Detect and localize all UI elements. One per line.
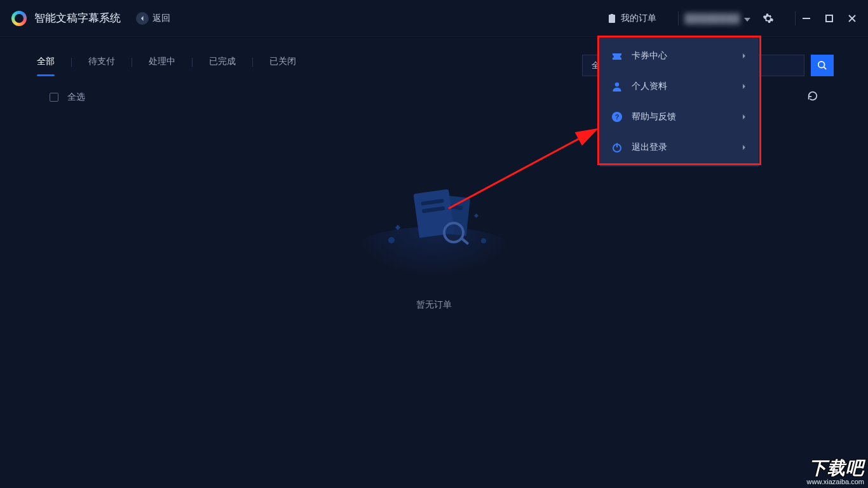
empty-illustration-icon bbox=[377, 185, 491, 261]
person-icon bbox=[611, 81, 623, 92]
settings-button[interactable] bbox=[762, 12, 775, 25]
minimize-button[interactable] bbox=[802, 14, 811, 23]
menu-label: 帮助与反馈 bbox=[632, 111, 676, 123]
caret-down-icon bbox=[744, 13, 750, 24]
tab-pending-payment[interactable]: 待支付 bbox=[86, 56, 118, 75]
account-dropdown[interactable]: ████████ bbox=[685, 13, 750, 24]
watermark: 下载吧 www.xiazaiba.com bbox=[807, 456, 864, 485]
search-button[interactable] bbox=[811, 55, 834, 76]
chevron-right-icon bbox=[741, 112, 747, 122]
gear-icon bbox=[763, 13, 774, 24]
refresh-button[interactable] bbox=[807, 90, 818, 104]
help-icon: ? bbox=[611, 111, 623, 123]
maximize-button[interactable] bbox=[825, 14, 834, 23]
refresh-icon bbox=[807, 90, 818, 102]
svg-line-5 bbox=[824, 67, 827, 70]
search-icon bbox=[817, 60, 827, 71]
svg-text:?: ? bbox=[615, 113, 620, 121]
ticket-icon bbox=[611, 50, 623, 62]
power-icon bbox=[611, 142, 623, 153]
close-button[interactable] bbox=[848, 14, 857, 23]
menu-coupon-center[interactable]: 卡券中心 bbox=[600, 41, 759, 71]
chevron-right-icon bbox=[741, 142, 747, 152]
menu-label: 卡券中心 bbox=[632, 50, 667, 62]
account-name: ████████ bbox=[685, 13, 740, 24]
my-orders-button[interactable]: 我的订单 bbox=[607, 13, 656, 24]
chevron-right-icon bbox=[741, 51, 747, 61]
tab-closed[interactable]: 已关闭 bbox=[267, 56, 299, 75]
svg-point-4 bbox=[818, 62, 825, 68]
title-bar: 智能文稿字幕系统 返回 我的订单 ████████ bbox=[0, 0, 868, 37]
chevron-right-icon bbox=[741, 81, 747, 92]
back-button[interactable]: 返回 bbox=[136, 12, 170, 25]
account-menu: 卡券中心 个人资料 ? 帮助与反馈 退出登录 bbox=[600, 37, 759, 166]
header-separator-2 bbox=[795, 11, 796, 25]
select-all-label: 全选 bbox=[67, 92, 85, 103]
app-title: 智能文稿字幕系统 bbox=[34, 11, 121, 25]
empty-state: 暂无订单 bbox=[377, 185, 491, 311]
svg-rect-1 bbox=[826, 15, 832, 22]
menu-label: 个人资料 bbox=[632, 81, 667, 92]
watermark-url: www.xiazaiba.com bbox=[807, 478, 864, 485]
header-separator bbox=[678, 11, 679, 25]
menu-help-feedback[interactable]: ? 帮助与反馈 bbox=[600, 102, 759, 132]
svg-point-6 bbox=[615, 83, 619, 86]
app-logo-icon bbox=[11, 11, 27, 26]
tab-processing[interactable]: 处理中 bbox=[146, 56, 178, 75]
menu-label: 退出登录 bbox=[632, 142, 667, 153]
back-arrow-icon bbox=[136, 12, 149, 25]
tab-all[interactable]: 全部 bbox=[34, 56, 57, 75]
clipboard-icon bbox=[607, 13, 617, 24]
tab-completed[interactable]: 已完成 bbox=[207, 56, 238, 75]
my-orders-label: 我的订单 bbox=[621, 13, 656, 24]
menu-logout[interactable]: 退出登录 bbox=[600, 132, 759, 163]
menu-profile[interactable]: 个人资料 bbox=[600, 71, 759, 102]
empty-text: 暂无订单 bbox=[416, 299, 452, 311]
select-all-checkbox[interactable] bbox=[50, 93, 58, 102]
back-label: 返回 bbox=[153, 13, 170, 24]
watermark-text: 下载吧 bbox=[807, 456, 864, 480]
